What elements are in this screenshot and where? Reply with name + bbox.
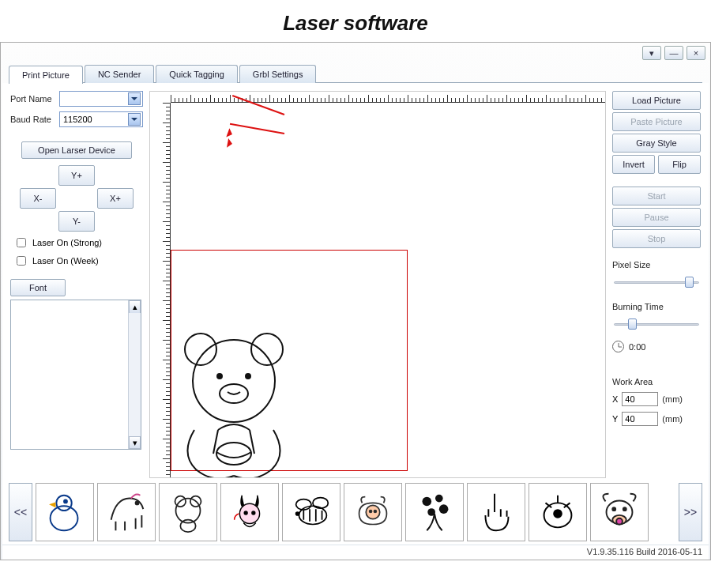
svg-point-16 — [244, 511, 247, 514]
bear-image — [171, 319, 297, 477]
paste-picture-button[interactable]: Paste Picture — [612, 112, 701, 131]
svg-point-22 — [366, 505, 379, 518]
laser-strong-input[interactable] — [17, 238, 26, 247]
canvas[interactable] — [149, 91, 606, 478]
svg-point-9 — [64, 500, 67, 503]
font-button[interactable]: Font — [10, 279, 66, 296]
scrollbar[interactable]: ▴ ▾ — [128, 300, 141, 449]
svg-point-4 — [246, 374, 250, 379]
svg-point-34 — [623, 507, 626, 511]
svg-point-35 — [616, 518, 623, 525]
svg-point-2 — [193, 340, 275, 422]
tab-quick-tagging[interactable]: Quick Tagging — [156, 65, 238, 83]
status-bar: V1.9.35.116 Build 2016-05-11 — [2, 545, 709, 560]
content-area: Port Name Baud Rate 115200 Open Larser D… — [2, 83, 709, 481]
svg-point-30 — [554, 510, 562, 518]
svg-point-20 — [313, 498, 328, 509]
laser-week-label: Laser On (Week) — [32, 256, 99, 266]
elapsed-time: 0:00 — [629, 342, 645, 352]
pixel-size-label: Pixel Size — [612, 260, 701, 270]
start-button[interactable]: Start — [612, 187, 701, 205]
titlebar: ▾ — × — [1, 43, 710, 63]
stop-button[interactable]: Stop — [612, 229, 701, 248]
port-label: Port Name — [10, 94, 59, 104]
jog-x-minus-button[interactable]: X- — [20, 188, 56, 209]
tab-nc-sender[interactable]: NC Sender — [85, 65, 154, 83]
close-button[interactable]: × — [687, 46, 705, 60]
minimize-button[interactable]: — — [664, 46, 683, 60]
chevron-down-icon[interactable] — [128, 92, 141, 105]
app-window: ▾ — × Print Picture NC Sender Quick Tagg… — [0, 42, 711, 560]
svg-point-25 — [423, 497, 432, 507]
thumb-bull[interactable] — [590, 483, 649, 541]
thumbs-next-button[interactable]: >> — [679, 483, 702, 541]
clock-icon — [612, 341, 624, 352]
invert-button[interactable]: Invert — [612, 155, 655, 174]
text-input-area[interactable]: ▴ ▾ — [10, 300, 141, 450]
svg-point-27 — [439, 504, 449, 514]
y-label: Y — [612, 414, 618, 424]
thumb-middle-finger[interactable] — [467, 483, 525, 541]
svg-point-0 — [185, 334, 216, 365]
baud-value: 115200 — [63, 115, 92, 124]
y-input[interactable] — [622, 412, 658, 426]
port-row: Port Name — [10, 91, 143, 107]
thumb-duck[interactable] — [36, 483, 94, 541]
jog-y-plus-button[interactable]: Y+ — [58, 165, 95, 186]
baud-label: Baud Rate — [10, 115, 59, 124]
svg-point-15 — [239, 503, 259, 523]
gray-style-button[interactable]: Gray Style — [612, 134, 701, 153]
y-unit: (mm) — [662, 414, 683, 424]
titlebar-dropdown-button[interactable]: ▾ — [642, 46, 661, 60]
ruler-vertical — [160, 103, 171, 477]
scroll-down-button[interactable]: ▾ — [129, 436, 141, 449]
work-area-x-row: X (mm) — [612, 392, 701, 406]
thumb-pointing-hand[interactable] — [529, 483, 587, 541]
thumb-sheep[interactable] — [344, 483, 402, 541]
baud-combo[interactable]: 115200 — [59, 111, 143, 127]
svg-point-10 — [136, 501, 139, 504]
svg-point-23 — [370, 511, 372, 513]
work-area-y-row: Y (mm) — [612, 412, 701, 426]
jog-y-minus-button[interactable]: Y- — [58, 211, 95, 232]
thumbs-prev-button[interactable]: << — [9, 483, 32, 541]
page-heading: Laser software — [0, 0, 711, 42]
work-area-label: Work Area — [612, 377, 701, 386]
left-panel: Port Name Baud Rate 115200 Open Larser D… — [10, 91, 143, 478]
laser-strong-label: Laser On (Strong) — [32, 238, 102, 247]
load-picture-button[interactable]: Load Picture — [612, 91, 701, 110]
tabs: Print Picture NC Sender Quick Tagging Gr… — [9, 65, 710, 83]
thumbnail-strip: << >> — [2, 481, 709, 545]
open-device-button[interactable]: Open Larser Device — [21, 141, 132, 159]
x-label: X — [612, 394, 618, 404]
laser-week-input[interactable] — [17, 256, 26, 266]
chevron-down-icon[interactable] — [128, 113, 141, 126]
pixel-size-slider[interactable] — [612, 274, 701, 290]
burning-time-slider[interactable] — [612, 316, 701, 332]
svg-point-24 — [374, 511, 376, 513]
burning-time-thumb[interactable] — [628, 318, 637, 330]
thumb-flowers[interactable] — [405, 483, 464, 541]
svg-point-1 — [251, 334, 283, 365]
pixel-size-thumb[interactable] — [685, 277, 694, 288]
svg-point-33 — [612, 507, 615, 511]
thumb-rabbit-girl[interactable] — [220, 483, 279, 541]
thumb-bee[interactable] — [282, 483, 340, 541]
laser-strong-checkbox[interactable]: Laser On (Strong) — [13, 236, 143, 250]
svg-point-14 — [180, 520, 195, 533]
tab-print-picture[interactable]: Print Picture — [9, 66, 83, 84]
baud-row: Baud Rate 115200 — [10, 111, 143, 127]
tab-grbl-settings[interactable]: Grbl Settings — [239, 65, 317, 83]
flip-button[interactable]: Flip — [658, 155, 701, 174]
laser-week-checkbox[interactable]: Laser On (Week) — [13, 254, 143, 268]
jog-pad: Y+ X- X+ Y- — [10, 165, 143, 232]
scroll-up-button[interactable]: ▴ — [129, 300, 141, 313]
jog-x-plus-button[interactable]: X+ — [97, 188, 134, 209]
pause-button[interactable]: Pause — [612, 208, 701, 227]
port-combo[interactable] — [59, 91, 143, 107]
thumb-bear-small[interactable] — [159, 483, 217, 541]
x-input[interactable] — [622, 392, 658, 406]
thumb-pony[interactable] — [97, 483, 156, 541]
version-text: V1.9.35.116 Build 2016-05-11 — [587, 547, 702, 556]
time-row: 0:00 — [612, 341, 701, 352]
